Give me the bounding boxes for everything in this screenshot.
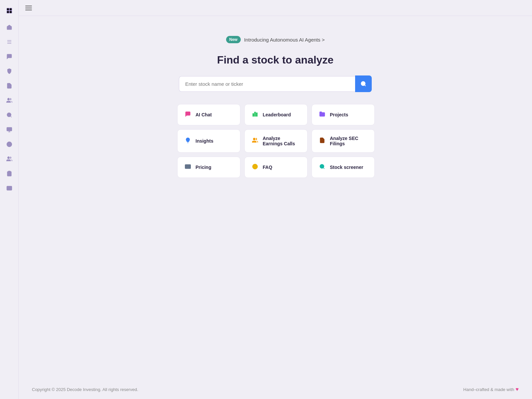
hamburger-button[interactable]: [24, 4, 33, 12]
card-stock-screener[interactable]: Stock screener: [312, 157, 375, 178]
card-label-insights: Insights: [196, 138, 213, 144]
people-icon: [251, 137, 259, 145]
card-projects[interactable]: Projects: [312, 104, 375, 125]
svg-rect-10: [7, 127, 12, 131]
main-area: New Introducing Autonomous AI Agents > F…: [19, 0, 532, 399]
svg-rect-1: [9, 8, 12, 11]
svg-point-8: [7, 113, 11, 117]
sidebar: [0, 0, 19, 399]
svg-rect-22: [253, 113, 254, 116]
svg-rect-16: [8, 171, 10, 172]
top-bar: [19, 0, 532, 16]
svg-rect-24: [256, 113, 257, 116]
card-analyze-earnings[interactable]: Analyze Earnings Calls: [244, 129, 308, 153]
card-label-leaderboard: Leaderboard: [263, 112, 291, 117]
group-nav-icon[interactable]: [3, 153, 15, 165]
card-label-ai-chat: AI Chat: [196, 112, 212, 117]
document-icon: [319, 137, 326, 145]
search-circle-icon: [319, 164, 326, 171]
clipboard-nav-icon[interactable]: [3, 168, 15, 180]
svg-point-34: [320, 164, 324, 168]
svg-line-9: [10, 116, 11, 117]
svg-rect-23: [255, 112, 256, 116]
card-label-faq: FAQ: [263, 165, 272, 170]
footer-tagline: Hand–crafted & made with ♥: [463, 386, 519, 392]
list-nav-icon[interactable]: [3, 36, 15, 48]
card-label-analyze-earnings: Analyze Earnings Calls: [263, 136, 301, 146]
search-bar: [179, 75, 372, 92]
home-nav-icon[interactable]: [3, 21, 15, 33]
monitor-nav-icon[interactable]: [3, 124, 15, 136]
search-nav-icon[interactable]: [3, 109, 15, 121]
card-label-pricing: Pricing: [196, 165, 211, 170]
chat-nav-icon[interactable]: [3, 51, 15, 63]
card-ai-chat[interactable]: AI Chat: [177, 104, 240, 125]
svg-point-27: [253, 138, 255, 140]
file-nav-icon[interactable]: [3, 80, 15, 92]
svg-rect-0: [7, 8, 9, 11]
subtitles-nav-icon[interactable]: [3, 182, 15, 194]
card-leaderboard[interactable]: Leaderboard: [244, 104, 308, 125]
announcement-banner[interactable]: New Introducing Autonomous AI Agents >: [226, 36, 325, 43]
svg-line-21: [364, 85, 365, 86]
card-pricing[interactable]: Pricing: [177, 157, 240, 178]
chat-bubble-icon: [184, 111, 192, 119]
svg-rect-3: [9, 11, 12, 13]
credit-card-icon: [184, 164, 192, 171]
page-title: Find a stock to analyze: [217, 54, 333, 66]
svg-rect-2: [7, 11, 9, 13]
copyright-text: Copyright © 2025 Decode Investing. All r…: [32, 387, 138, 392]
card-analyze-sec[interactable]: Analyze SEC Filings: [312, 129, 375, 153]
shield-nav-icon[interactable]: [3, 65, 15, 77]
feature-grid: AI ChatLeaderboardProjectsInsightsAnalyz…: [177, 104, 373, 178]
help-circle-icon: [251, 164, 259, 171]
main-content: New Introducing Autonomous AI Agents > F…: [19, 16, 532, 380]
svg-rect-30: [185, 165, 191, 169]
users-nav-icon[interactable]: [3, 94, 15, 106]
card-insights[interactable]: Insights: [177, 129, 240, 153]
banner-text: Introducing Autonomous AI Agents >: [244, 37, 325, 43]
svg-line-35: [323, 168, 324, 169]
new-badge: New: [226, 36, 241, 43]
question-nav-icon[interactable]: [3, 138, 15, 150]
svg-point-7: [7, 98, 9, 100]
search-input[interactable]: [179, 76, 355, 92]
svg-rect-17: [7, 186, 12, 190]
svg-point-20: [361, 81, 365, 85]
card-label-analyze-sec: Analyze SEC Filings: [330, 136, 368, 146]
svg-point-15: [7, 157, 9, 159]
leaderboard-icon: [251, 111, 259, 119]
card-label-projects: Projects: [330, 112, 348, 117]
folder-icon: [319, 111, 326, 119]
card-label-stock-screener: Stock screener: [330, 165, 363, 170]
app-logo[interactable]: [4, 5, 15, 16]
card-faq[interactable]: FAQ: [244, 157, 308, 178]
footer: Copyright © 2025 Decode Investing. All r…: [19, 380, 532, 399]
search-button[interactable]: [355, 75, 372, 92]
lightbulb-icon: [184, 137, 192, 145]
heart-icon: ♥: [516, 386, 519, 392]
